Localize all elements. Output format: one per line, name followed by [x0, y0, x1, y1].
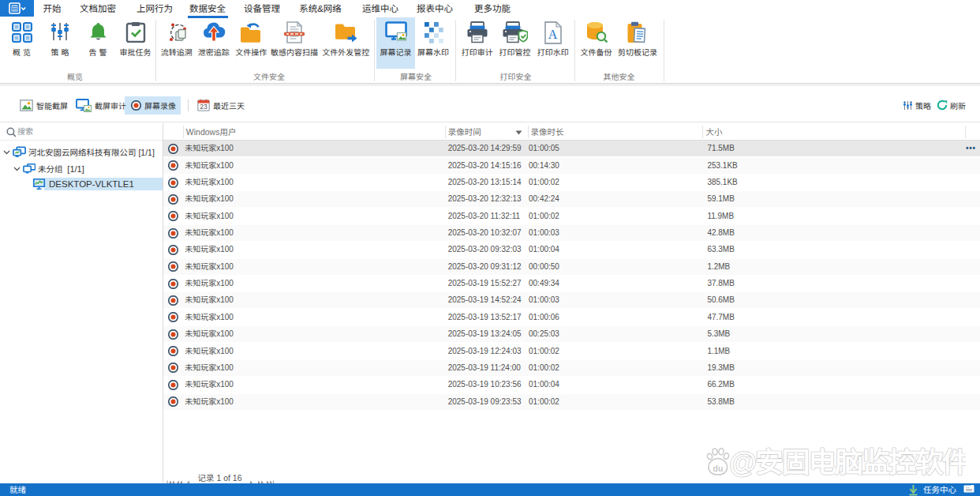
svg-text:@安固电脑监控软件: @安固电脑监控软件 [729, 443, 966, 480]
svg-text:du: du [713, 464, 724, 473]
svg-text:23: 23 [200, 103, 208, 111]
svg-text:A: A [548, 28, 558, 41]
